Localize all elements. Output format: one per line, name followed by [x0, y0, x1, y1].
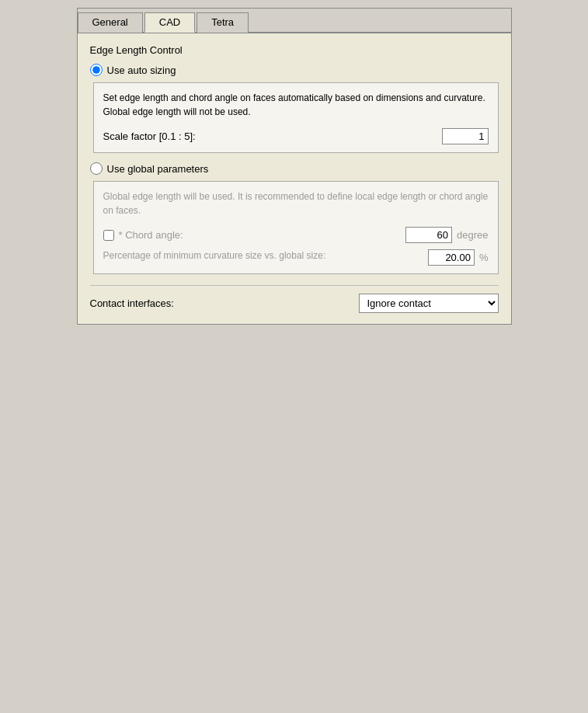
radio-auto[interactable]: [90, 64, 103, 76]
tab-tetra[interactable]: Tetra: [197, 12, 249, 33]
contact-interfaces-row: Contact interfaces: Ignore contact Merge…: [90, 285, 499, 313]
radio-global-row[interactable]: Use global parameters: [90, 162, 499, 175]
radio-auto-label: Use auto sizing: [107, 64, 176, 76]
percentage-row: Percentage of minimum curvature size vs.…: [103, 249, 489, 266]
tab-cad[interactable]: CAD: [144, 12, 195, 33]
radio-global[interactable]: [90, 162, 103, 175]
radio-global-label: Use global parameters: [107, 163, 209, 175]
scale-factor-row: Scale factor [0.1 : 5]:: [103, 128, 489, 144]
chord-angle-label-text: * Chord angle:: [119, 229, 183, 241]
chord-angle-row: * Chord angle: degree: [103, 227, 489, 243]
contact-interfaces-select[interactable]: Ignore contact Merge Conformal: [359, 294, 499, 313]
chord-angle-input[interactable]: [405, 227, 452, 243]
percentage-unit: %: [479, 252, 489, 263]
radio-auto-row[interactable]: Use auto sizing: [90, 64, 499, 76]
chord-angle-unit: degree: [457, 229, 488, 241]
chord-angle-label[interactable]: * Chord angle:: [103, 229, 406, 241]
global-info-text: Global edge length will be used. It is r…: [103, 190, 489, 217]
section-title: Edge Length Control: [90, 44, 499, 56]
chord-angle-checkbox[interactable]: [103, 230, 114, 241]
contact-interfaces-label: Contact interfaces:: [90, 297, 359, 309]
percentage-label: Percentage of minimum curvature size vs.…: [103, 249, 428, 263]
tab-bar: General CAD Tetra: [78, 9, 511, 33]
scale-factor-input[interactable]: [442, 128, 489, 144]
percentage-right: %: [428, 249, 489, 266]
tab-general[interactable]: General: [78, 12, 143, 33]
settings-window: General CAD Tetra Edge Length Control Us…: [77, 8, 512, 325]
global-info-box: Global edge length will be used. It is r…: [93, 181, 499, 274]
tab-content-cad: Edge Length Control Use auto sizing Set …: [78, 33, 511, 324]
auto-info-box: Set edge length and chord angle on faces…: [93, 82, 499, 153]
auto-info-text: Set edge length and chord angle on faces…: [103, 91, 489, 119]
scale-factor-label: Scale factor [0.1 : 5]:: [103, 130, 442, 142]
percentage-input[interactable]: [428, 249, 475, 266]
